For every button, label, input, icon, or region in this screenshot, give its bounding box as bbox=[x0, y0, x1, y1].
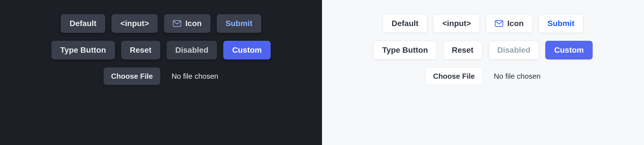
type-button-label: Type Button bbox=[60, 46, 106, 55]
disabled-button: Disabled bbox=[489, 41, 539, 59]
icon-button-label: Icon bbox=[185, 19, 202, 28]
custom-button[interactable]: Custom bbox=[545, 41, 592, 59]
disabled-button: Disabled bbox=[167, 41, 217, 59]
disabled-button-label: Disabled bbox=[175, 46, 209, 55]
file-row: Choose File No file chosen bbox=[335, 67, 631, 85]
mail-icon bbox=[495, 20, 503, 27]
file-status-text: No file chosen bbox=[494, 72, 541, 81]
type-button[interactable]: Type Button bbox=[373, 41, 437, 59]
default-button-label: Default bbox=[70, 19, 96, 28]
submit-button-label: Submit bbox=[226, 19, 252, 28]
disabled-button-label: Disabled bbox=[497, 46, 531, 55]
choose-file-button[interactable]: Choose File bbox=[425, 67, 482, 85]
button-row-1: Default <input> Icon Submit bbox=[13, 14, 309, 33]
submit-button-label: Submit bbox=[548, 19, 574, 28]
choose-file-label: Choose File bbox=[111, 72, 153, 81]
button-row-2: Type Button Reset Disabled Custom bbox=[335, 41, 631, 59]
mail-icon bbox=[173, 20, 181, 27]
custom-button-label: Custom bbox=[232, 46, 262, 55]
input-button-label: <input> bbox=[120, 19, 149, 28]
button-row-2: Type Button Reset Disabled Custom bbox=[13, 41, 309, 59]
light-panel: Default <input> Icon Submit Type Button … bbox=[322, 0, 644, 145]
icon-button[interactable]: Icon bbox=[486, 14, 533, 33]
reset-button[interactable]: Reset bbox=[443, 41, 482, 59]
file-status-text: No file chosen bbox=[172, 72, 218, 81]
custom-button-label: Custom bbox=[554, 46, 584, 55]
choose-file-button[interactable]: Choose File bbox=[104, 67, 160, 85]
reset-button[interactable]: Reset bbox=[121, 41, 160, 59]
type-button[interactable]: Type Button bbox=[51, 41, 115, 59]
input-button[interactable]: <input> bbox=[433, 14, 480, 33]
button-row-1: Default <input> Icon Submit bbox=[335, 14, 631, 33]
input-button[interactable]: <input> bbox=[111, 14, 158, 33]
choose-file-label: Choose File bbox=[433, 72, 475, 81]
reset-button-label: Reset bbox=[130, 46, 151, 55]
input-button-label: <input> bbox=[442, 19, 471, 28]
file-row: Choose File No file chosen bbox=[13, 67, 309, 85]
submit-button[interactable]: Submit bbox=[217, 14, 261, 33]
submit-button[interactable]: Submit bbox=[539, 14, 583, 33]
default-button-label: Default bbox=[392, 19, 418, 28]
icon-button[interactable]: Icon bbox=[164, 14, 211, 33]
custom-button[interactable]: Custom bbox=[223, 41, 270, 59]
dark-panel: Default <input> Icon Submit Type Button … bbox=[0, 0, 322, 145]
icon-button-label: Icon bbox=[507, 19, 524, 28]
type-button-label: Type Button bbox=[382, 46, 428, 55]
default-button[interactable]: Default bbox=[383, 14, 427, 33]
reset-button-label: Reset bbox=[452, 46, 473, 55]
default-button[interactable]: Default bbox=[61, 14, 105, 33]
